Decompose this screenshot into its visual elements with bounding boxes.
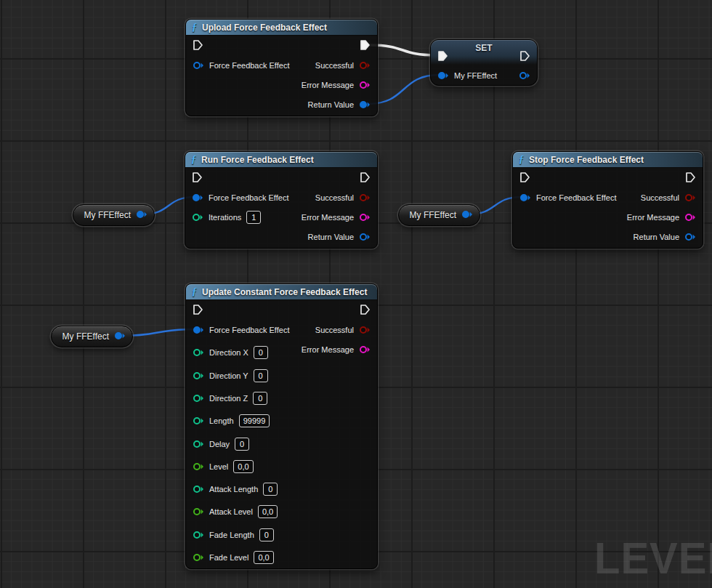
input-pin-direction-x[interactable] (193, 348, 204, 357)
output-pin-error-message[interactable] (684, 213, 696, 222)
input-pin-force-feedback-effect[interactable] (193, 326, 204, 334)
output-pin-error-message[interactable] (359, 345, 371, 354)
exec-out-pin[interactable] (360, 304, 371, 318)
output-pin-return-value[interactable] (359, 100, 371, 109)
pin-label: Successful (315, 61, 354, 70)
output-pin-successful[interactable] (359, 326, 371, 334)
pin-label: Fade Level (209, 553, 248, 562)
pin-label: Successful (641, 193, 679, 202)
pin-label: Iterations (209, 213, 241, 222)
pin-label: Force Feedback Effect (209, 61, 289, 70)
output-pin-return-value[interactable] (359, 233, 371, 241)
pin-label: Force Feedback Effect (209, 193, 288, 202)
node-title: Upload Force Feedback Effect (202, 23, 327, 33)
input-pin-level[interactable] (193, 462, 204, 471)
input-pin-attack-length[interactable] (193, 485, 204, 494)
level-value-input[interactable]: 0,0 (233, 460, 253, 473)
exec-wire[interactable] (370, 45, 436, 55)
fade-length-value-input[interactable]: 0 (259, 528, 274, 541)
attack-level-value-input[interactable]: 0,0 (258, 505, 278, 518)
variable-name: My FFEffect (410, 210, 456, 220)
data-wire[interactable] (368, 75, 440, 104)
node-run-force-feedback-effect[interactable]: ƒ Run Force Feedback Effect Force Feedba… (185, 151, 378, 249)
direction-z-value-input[interactable]: 0 (253, 392, 267, 405)
exec-in-pin[interactable] (193, 39, 203, 54)
output-pin-successful[interactable] (684, 193, 696, 202)
exec-out-pin[interactable] (360, 172, 371, 186)
exec-in-pin[interactable] (437, 50, 448, 65)
pin-label: Return Value (308, 100, 354, 109)
pin-label: Delay (209, 440, 230, 448)
pin-label: Successful (315, 193, 354, 202)
function-icon: ƒ (519, 155, 524, 165)
pin-label: Direction Z (209, 394, 248, 403)
length-value-input[interactable]: 99999 (239, 414, 270, 427)
variable-getter-my-ffeffect-1[interactable]: My FFEffect (73, 204, 155, 226)
attack-length-value-input[interactable]: 0 (263, 483, 278, 496)
function-icon: ƒ (192, 23, 197, 33)
output-pin-return-value[interactable] (684, 233, 696, 241)
output-pin-my-ffeffect[interactable] (114, 331, 126, 342)
node-upload-force-feedback-effect[interactable]: ƒ Upload Force Feedback Effect Force Fee… (185, 19, 378, 116)
output-pin-error-message[interactable] (359, 81, 371, 89)
pin-label: Force Feedback Effect (209, 326, 289, 334)
input-pin-force-feedback-effect[interactable] (192, 193, 203, 202)
pin-label: Error Message (302, 213, 354, 222)
pin-label: Attack Level (209, 507, 253, 516)
blueprint-graph-canvas[interactable]: LEVEL B ƒ Upload Force Feedback Effect F… (0, 0, 712, 588)
pin-label: Error Message (302, 345, 354, 354)
iterations-value-input[interactable]: 1 (246, 211, 261, 224)
pin-label: Length (209, 416, 234, 425)
pin-label: Error Message (627, 213, 679, 222)
variable-getter-my-ffeffect-2[interactable]: My FFEffect (398, 204, 480, 226)
exec-out-pin[interactable] (360, 39, 371, 54)
direction-y-value-input[interactable]: 0 (254, 369, 268, 382)
pin-label: Direction Y (209, 371, 248, 380)
exec-in-pin[interactable] (519, 172, 530, 186)
function-icon: ƒ (192, 287, 197, 297)
node-stop-force-feedback-effect[interactable]: ƒ Stop Force Feedback Effect Force Feedb… (512, 151, 703, 249)
output-pin-successful[interactable] (359, 193, 371, 202)
node-header[interactable]: ƒ Run Force Feedback Effect (185, 152, 377, 168)
input-pin-force-feedback-effect[interactable] (193, 61, 204, 70)
input-pin-fade-level[interactable] (193, 553, 204, 562)
variable-getter-my-ffeffect-3[interactable]: My FFEffect (51, 326, 133, 347)
pin-label: Force Feedback Effect (536, 193, 616, 202)
direction-x-value-input[interactable]: 0 (254, 346, 268, 359)
input-pin-length[interactable] (193, 416, 204, 425)
exec-out-pin[interactable] (685, 172, 696, 186)
pin-label: Error Message (302, 81, 354, 89)
input-pin-direction-z[interactable] (193, 394, 204, 403)
pin-label: Return Value (308, 233, 354, 241)
output-pin-error-message[interactable] (359, 213, 371, 222)
output-pin-my-ffeffect[interactable] (519, 71, 530, 80)
node-header[interactable]: ƒ Upload Force Feedback Effect (186, 20, 377, 36)
output-pin-my-ffeffect[interactable] (461, 210, 473, 221)
pin-label: Direction X (209, 348, 248, 357)
exec-in-pin[interactable] (193, 304, 203, 318)
output-pin-successful[interactable] (359, 61, 371, 70)
graph-watermark: LEVEL B (594, 533, 712, 584)
pin-label: Return Value (634, 233, 679, 241)
pin-label: Level (209, 462, 228, 471)
node-update-constant-force-feedback-effect[interactable]: ƒ Update Constant Force Feedback Effect … (185, 283, 378, 569)
pin-label: My FFEffect (454, 71, 497, 80)
fade-level-value-input[interactable]: 0,0 (254, 551, 273, 564)
delay-value-input[interactable]: 0 (235, 438, 249, 451)
node-header[interactable]: ƒ Update Constant Force Feedback Effect (186, 284, 377, 300)
input-pin-force-feedback-effect[interactable] (519, 193, 531, 202)
node-title: Run Force Feedback Effect (201, 155, 314, 165)
input-pin-my-ffeffect[interactable] (437, 71, 449, 80)
exec-in-pin[interactable] (192, 172, 203, 186)
function-icon: ƒ (191, 155, 196, 165)
input-pin-attack-level[interactable] (193, 507, 204, 516)
input-pin-iterations[interactable] (192, 213, 203, 222)
input-pin-direction-y[interactable] (193, 371, 204, 380)
input-pin-delay[interactable] (193, 440, 204, 448)
node-set-my-ffeffect[interactable]: SET My FFEffect (430, 39, 538, 86)
pin-label: Successful (315, 326, 354, 334)
node-header[interactable]: ƒ Stop Force Feedback Effect (513, 152, 703, 168)
exec-out-pin[interactable] (519, 50, 530, 65)
output-pin-my-ffeffect[interactable] (136, 210, 147, 221)
input-pin-fade-length[interactable] (193, 531, 204, 539)
